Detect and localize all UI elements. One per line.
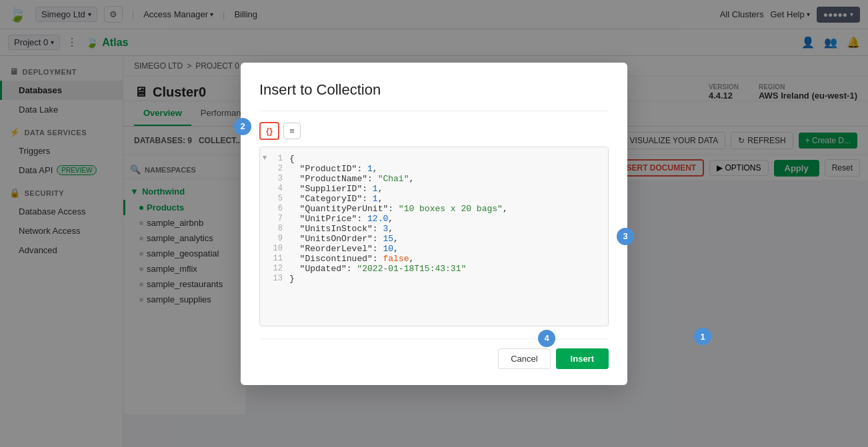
code-line-12: 12 "Updated": "2022-01-18T15:43:31" [260, 264, 608, 274]
line-number: 7 [269, 214, 289, 224]
line-number: 4 [269, 184, 289, 194]
line-content: "CategoryID": 1, [289, 194, 383, 204]
line-content: "UnitsOnOrder": 15, [289, 234, 399, 244]
modal-toolbar: 2 {} ≡ [259, 122, 609, 140]
code-editor-wrapper: 3 ▼ 1 { 2 "ProductID": 1, 3 "ProductName… [259, 147, 609, 326]
modal-overlay[interactable]: Insert to Collection 2 {} ≡ 3 ▼ 1 { [0, 0, 868, 447]
line-content: "UnitsInStock": 3, [289, 224, 393, 234]
line-content: "Discontinued": false, [289, 254, 414, 264]
line-number: 2 [269, 164, 289, 174]
line-content: { [289, 154, 295, 164]
json-view-button[interactable]: {} [259, 122, 279, 140]
code-line-5: 5 "CategoryID": 1, [260, 194, 608, 204]
line-content: "ProductName": "Chai", [289, 174, 414, 184]
line-arrow [260, 194, 269, 204]
line-arrow [260, 244, 269, 254]
line-number: 6 [269, 204, 289, 214]
line-arrow [260, 204, 269, 214]
code-line-1: ▼ 1 { [260, 154, 608, 164]
line-content: "Updated": "2022-01-18T15:43:31" [289, 264, 466, 274]
line-arrow [260, 234, 269, 244]
modal-divider [259, 111, 609, 111]
code-line-11: 11 "Discontinued": false, [260, 254, 608, 264]
step-badge-2: 2 [234, 118, 251, 135]
line-content: "UnitPrice": 12.0, [289, 214, 393, 224]
code-line-4: 4 "SupplierID": 1, [260, 184, 608, 194]
line-arrow [260, 224, 269, 234]
line-number: 5 [269, 194, 289, 204]
code-line-3: 3 "ProductName": "Chai", [260, 174, 608, 184]
list-view-button[interactable]: ≡ [283, 123, 301, 139]
code-line-10: 10 "ReorderLevel": 10, [260, 244, 608, 254]
line-content: "SupplierID": 1, [289, 184, 383, 194]
line-number: 12 [269, 264, 289, 274]
line-number: 1 [269, 154, 289, 164]
code-line-9: 9 "UnitsOnOrder": 15, [260, 234, 608, 244]
line-arrow [260, 274, 269, 284]
code-line-2: 2 "ProductID": 1, [260, 164, 608, 174]
step-badge-3: 3 [617, 228, 634, 245]
modal-title: Insert to Collection [259, 81, 609, 99]
line-content: } [289, 274, 295, 284]
line-number: 13 [269, 274, 289, 284]
line-number: 8 [269, 224, 289, 234]
code-line-7: 7 "UnitPrice": 12.0, [260, 214, 608, 224]
line-arrow [260, 214, 269, 224]
insert-button[interactable]: Insert [556, 348, 609, 369]
line-number: 11 [269, 254, 289, 264]
code-line-8: 8 "UnitsInStock": 3, [260, 224, 608, 234]
line-arrow [260, 174, 269, 184]
line-arrow [260, 264, 269, 274]
json-code-editor[interactable]: ▼ 1 { 2 "ProductID": 1, 3 "ProductName":… [259, 147, 609, 326]
insert-collection-modal: Insert to Collection 2 {} ≡ 3 ▼ 1 { [241, 63, 627, 385]
line-content: "ProductID": 1, [289, 164, 378, 174]
line-content: "QuantityPerUnit": "10 boxes x 20 bags", [289, 204, 508, 214]
line-arrow [260, 254, 269, 264]
step-badge-1: 1 [694, 328, 711, 345]
modal-footer: 4 Cancel Insert [259, 338, 609, 369]
line-arrow [260, 184, 269, 194]
line-number: 10 [269, 244, 289, 254]
line-number: 3 [269, 174, 289, 184]
code-line-13: 13 } [260, 274, 608, 284]
cancel-button[interactable]: Cancel [498, 348, 550, 369]
line-content: "ReorderLevel": 10, [289, 244, 399, 254]
line-arrow: ▼ [260, 154, 269, 164]
code-line-6: 6 "QuantityPerUnit": "10 boxes x 20 bags… [260, 204, 608, 214]
line-arrow [260, 164, 269, 174]
line-number: 9 [269, 234, 289, 244]
step-badge-4: 4 [538, 330, 555, 347]
